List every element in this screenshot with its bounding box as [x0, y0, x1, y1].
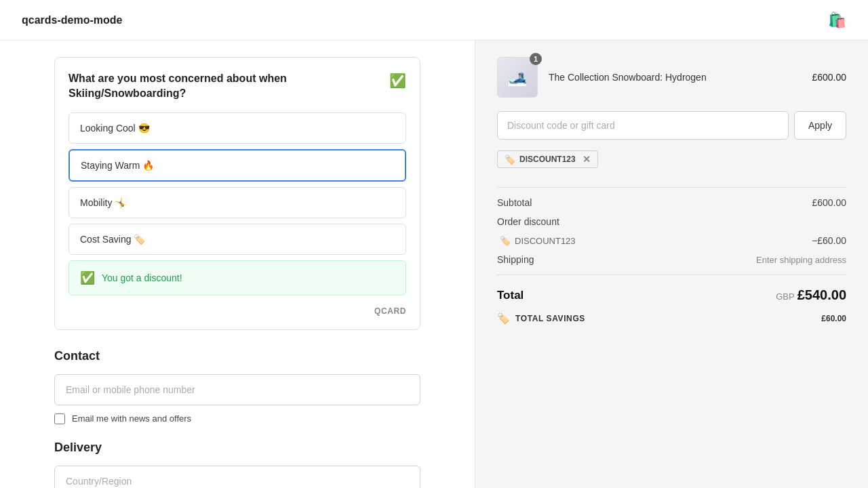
order-discount-row: Order discount [497, 212, 846, 231]
savings-icon: 🏷️ [497, 312, 510, 325]
savings-value: £60.00 [821, 314, 846, 323]
subtotal-value: £600.00 [812, 197, 846, 208]
product-image-wrap: 🎿 1 [497, 57, 538, 98]
discount-sub-label: 🏷️ DISCOUNT123 [497, 236, 576, 246]
option-staying-warm[interactable]: Staying Warm 🔥 [68, 149, 406, 182]
right-panel: 🎿 1 The Collection Snowboard: Hydrogen £… [475, 41, 868, 488]
divider-1 [497, 187, 846, 188]
country-input[interactable] [54, 466, 420, 488]
left-panel: What are you most concerned about when S… [0, 41, 475, 488]
discount-sub-icon: 🏷️ [500, 236, 511, 246]
site-title: qcards-demo-mode [22, 14, 122, 26]
newsletter-label: Email me with news and offers [72, 413, 191, 424]
tag-icon: 🏷️ [505, 155, 515, 165]
cart-icon[interactable]: 🛍️ [828, 12, 846, 29]
discount-code-input[interactable] [497, 111, 789, 140]
applied-code-label: DISCOUNT123 [519, 155, 576, 164]
product-name: The Collection Snowboard: Hydrogen [549, 72, 801, 83]
divider-2 [497, 274, 846, 275]
qcard-question: What are you most concerned about when S… [68, 71, 406, 102]
product-quantity-badge: 1 [530, 53, 542, 65]
product-price: £600.00 [812, 72, 846, 83]
option-mobility[interactable]: Mobility 🤸 [68, 187, 406, 218]
applied-discount-tag: 🏷️ DISCOUNT123 ✕ [497, 150, 598, 168]
discount-amount: −£60.00 [812, 235, 846, 246]
delivery-title: Delivery [54, 441, 420, 455]
total-value: £540.00 [797, 287, 846, 302]
total-amount-wrap: GBP£540.00 [776, 287, 846, 303]
newsletter-row: Email me with news and offers [54, 413, 420, 424]
discount-code-display: DISCOUNT123 [515, 236, 576, 246]
shipping-value: Enter shipping address [756, 255, 846, 265]
total-currency: GBP [776, 291, 794, 302]
newsletter-checkbox[interactable] [54, 413, 65, 424]
subtotal-label: Subtotal [497, 197, 532, 208]
total-label: Total [497, 289, 524, 302]
qcard-widget: What are you most concerned about when S… [54, 57, 420, 330]
total-row: Total GBP£540.00 [497, 281, 846, 306]
option-looking-cool[interactable]: Looking Cool 😎 [68, 113, 406, 144]
apply-discount-button[interactable]: Apply [794, 111, 846, 140]
shipping-row: Shipping Enter shipping address [497, 250, 846, 269]
main-layout: What are you most concerned about when S… [0, 41, 868, 488]
qcard-check-icon: ✅ [389, 71, 406, 90]
shipping-label: Shipping [497, 254, 534, 265]
product-row: 🎿 1 The Collection Snowboard: Hydrogen £… [497, 57, 846, 98]
option-cost-saving[interactable]: Cost Saving 🏷️ [68, 224, 406, 255]
email-input[interactable] [54, 374, 420, 405]
success-check-icon: ✅ [80, 270, 95, 285]
qcard-footer: QCARD [68, 306, 406, 316]
qcard-success-banner: ✅ You got a discount! [68, 260, 406, 296]
subtotal-row: Subtotal £600.00 [497, 193, 846, 212]
savings-row: 🏷️ TOTAL SAVINGS £60.00 [497, 312, 846, 325]
remove-discount-button[interactable]: ✕ [583, 154, 591, 165]
contact-title: Contact [54, 349, 420, 363]
discount-row: Apply [497, 111, 846, 140]
header: qcards-demo-mode 🛍️ [0, 0, 868, 41]
savings-label: TOTAL SAVINGS [515, 314, 585, 323]
contact-section: Contact Email me with news and offers [54, 349, 420, 424]
discount-code-row: 🏷️ DISCOUNT123 −£60.00 [497, 231, 846, 250]
delivery-section: Delivery [54, 441, 420, 488]
order-discount-label: Order discount [497, 216, 559, 227]
